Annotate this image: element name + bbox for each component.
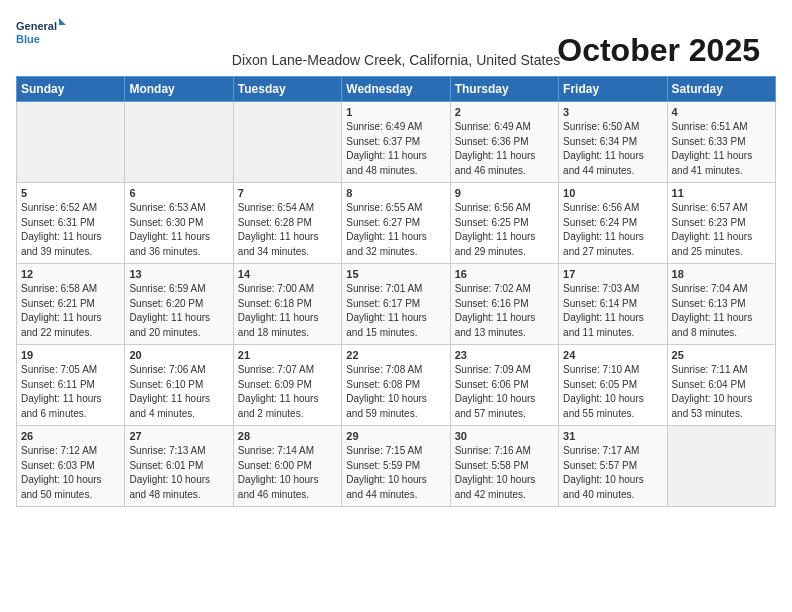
calendar-table: SundayMondayTuesdayWednesdayThursdayFrid… <box>16 76 776 507</box>
day-info: Sunrise: 7:00 AMSunset: 6:18 PMDaylight:… <box>238 282 337 340</box>
day-info: Sunrise: 7:01 AMSunset: 6:17 PMDaylight:… <box>346 282 445 340</box>
top-section: General Blue October 2025 <box>16 16 776 48</box>
day-info: Sunrise: 7:02 AMSunset: 6:16 PMDaylight:… <box>455 282 554 340</box>
day-cell: 30Sunrise: 7:16 AMSunset: 5:58 PMDayligh… <box>450 426 558 507</box>
day-info: Sunrise: 7:16 AMSunset: 5:58 PMDaylight:… <box>455 444 554 502</box>
header-wednesday: Wednesday <box>342 77 450 102</box>
day-cell <box>17 102 125 183</box>
day-info: Sunrise: 7:10 AMSunset: 6:05 PMDaylight:… <box>563 363 662 421</box>
day-cell: 5Sunrise: 6:52 AMSunset: 6:31 PMDaylight… <box>17 183 125 264</box>
header-thursday: Thursday <box>450 77 558 102</box>
day-cell: 26Sunrise: 7:12 AMSunset: 6:03 PMDayligh… <box>17 426 125 507</box>
day-cell: 10Sunrise: 6:56 AMSunset: 6:24 PMDayligh… <box>559 183 667 264</box>
day-cell: 1Sunrise: 6:49 AMSunset: 6:37 PMDaylight… <box>342 102 450 183</box>
day-number: 7 <box>238 187 337 199</box>
day-number: 20 <box>129 349 228 361</box>
day-number: 28 <box>238 430 337 442</box>
svg-marker-2 <box>59 18 66 25</box>
week-row-3: 12Sunrise: 6:58 AMSunset: 6:21 PMDayligh… <box>17 264 776 345</box>
day-cell: 22Sunrise: 7:08 AMSunset: 6:08 PMDayligh… <box>342 345 450 426</box>
day-number: 17 <box>563 268 662 280</box>
day-cell: 8Sunrise: 6:55 AMSunset: 6:27 PMDaylight… <box>342 183 450 264</box>
day-info: Sunrise: 6:49 AMSunset: 6:37 PMDaylight:… <box>346 120 445 178</box>
week-row-2: 5Sunrise: 6:52 AMSunset: 6:31 PMDaylight… <box>17 183 776 264</box>
header-friday: Friday <box>559 77 667 102</box>
day-cell: 23Sunrise: 7:09 AMSunset: 6:06 PMDayligh… <box>450 345 558 426</box>
day-info: Sunrise: 7:08 AMSunset: 6:08 PMDaylight:… <box>346 363 445 421</box>
day-number: 31 <box>563 430 662 442</box>
day-info: Sunrise: 6:50 AMSunset: 6:34 PMDaylight:… <box>563 120 662 178</box>
day-cell: 27Sunrise: 7:13 AMSunset: 6:01 PMDayligh… <box>125 426 233 507</box>
day-cell: 4Sunrise: 6:51 AMSunset: 6:33 PMDaylight… <box>667 102 775 183</box>
day-number: 13 <box>129 268 228 280</box>
day-number: 5 <box>21 187 120 199</box>
day-info: Sunrise: 7:11 AMSunset: 6:04 PMDaylight:… <box>672 363 771 421</box>
day-info: Sunrise: 6:58 AMSunset: 6:21 PMDaylight:… <box>21 282 120 340</box>
day-cell: 11Sunrise: 6:57 AMSunset: 6:23 PMDayligh… <box>667 183 775 264</box>
day-number: 21 <box>238 349 337 361</box>
day-cell: 3Sunrise: 6:50 AMSunset: 6:34 PMDaylight… <box>559 102 667 183</box>
header-monday: Monday <box>125 77 233 102</box>
day-cell: 7Sunrise: 6:54 AMSunset: 6:28 PMDaylight… <box>233 183 341 264</box>
day-info: Sunrise: 6:49 AMSunset: 6:36 PMDaylight:… <box>455 120 554 178</box>
day-cell: 19Sunrise: 7:05 AMSunset: 6:11 PMDayligh… <box>17 345 125 426</box>
day-number: 27 <box>129 430 228 442</box>
day-info: Sunrise: 7:14 AMSunset: 6:00 PMDaylight:… <box>238 444 337 502</box>
header-tuesday: Tuesday <box>233 77 341 102</box>
day-number: 12 <box>21 268 120 280</box>
day-info: Sunrise: 6:54 AMSunset: 6:28 PMDaylight:… <box>238 201 337 259</box>
day-number: 1 <box>346 106 445 118</box>
week-row-4: 19Sunrise: 7:05 AMSunset: 6:11 PMDayligh… <box>17 345 776 426</box>
day-info: Sunrise: 6:51 AMSunset: 6:33 PMDaylight:… <box>672 120 771 178</box>
day-info: Sunrise: 7:03 AMSunset: 6:14 PMDaylight:… <box>563 282 662 340</box>
day-info: Sunrise: 6:57 AMSunset: 6:23 PMDaylight:… <box>672 201 771 259</box>
day-number: 15 <box>346 268 445 280</box>
day-info: Sunrise: 7:06 AMSunset: 6:10 PMDaylight:… <box>129 363 228 421</box>
day-number: 24 <box>563 349 662 361</box>
day-info: Sunrise: 7:13 AMSunset: 6:01 PMDaylight:… <box>129 444 228 502</box>
day-cell <box>667 426 775 507</box>
day-cell: 14Sunrise: 7:00 AMSunset: 6:18 PMDayligh… <box>233 264 341 345</box>
month-title: October 2025 <box>557 32 760 69</box>
day-cell: 18Sunrise: 7:04 AMSunset: 6:13 PMDayligh… <box>667 264 775 345</box>
day-cell: 28Sunrise: 7:14 AMSunset: 6:00 PMDayligh… <box>233 426 341 507</box>
day-cell <box>125 102 233 183</box>
day-number: 29 <box>346 430 445 442</box>
day-info: Sunrise: 7:15 AMSunset: 5:59 PMDaylight:… <box>346 444 445 502</box>
day-number: 2 <box>455 106 554 118</box>
day-cell <box>233 102 341 183</box>
day-info: Sunrise: 6:56 AMSunset: 6:24 PMDaylight:… <box>563 201 662 259</box>
svg-text:Blue: Blue <box>16 33 40 45</box>
day-number: 18 <box>672 268 771 280</box>
day-number: 30 <box>455 430 554 442</box>
day-number: 4 <box>672 106 771 118</box>
day-number: 26 <box>21 430 120 442</box>
day-info: Sunrise: 6:55 AMSunset: 6:27 PMDaylight:… <box>346 201 445 259</box>
header-saturday: Saturday <box>667 77 775 102</box>
day-number: 11 <box>672 187 771 199</box>
svg-text:General: General <box>16 20 57 32</box>
week-row-1: 1Sunrise: 6:49 AMSunset: 6:37 PMDaylight… <box>17 102 776 183</box>
day-cell: 17Sunrise: 7:03 AMSunset: 6:14 PMDayligh… <box>559 264 667 345</box>
day-number: 14 <box>238 268 337 280</box>
header-row: SundayMondayTuesdayWednesdayThursdayFrid… <box>17 77 776 102</box>
logo-svg: General Blue <box>16 16 66 48</box>
day-number: 25 <box>672 349 771 361</box>
day-cell: 25Sunrise: 7:11 AMSunset: 6:04 PMDayligh… <box>667 345 775 426</box>
day-info: Sunrise: 6:53 AMSunset: 6:30 PMDaylight:… <box>129 201 228 259</box>
day-cell: 16Sunrise: 7:02 AMSunset: 6:16 PMDayligh… <box>450 264 558 345</box>
day-cell: 2Sunrise: 6:49 AMSunset: 6:36 PMDaylight… <box>450 102 558 183</box>
day-number: 3 <box>563 106 662 118</box>
day-cell: 6Sunrise: 6:53 AMSunset: 6:30 PMDaylight… <box>125 183 233 264</box>
day-number: 8 <box>346 187 445 199</box>
day-cell: 21Sunrise: 7:07 AMSunset: 6:09 PMDayligh… <box>233 345 341 426</box>
day-info: Sunrise: 7:12 AMSunset: 6:03 PMDaylight:… <box>21 444 120 502</box>
day-number: 16 <box>455 268 554 280</box>
day-cell: 29Sunrise: 7:15 AMSunset: 5:59 PMDayligh… <box>342 426 450 507</box>
day-info: Sunrise: 7:17 AMSunset: 5:57 PMDaylight:… <box>563 444 662 502</box>
day-info: Sunrise: 6:52 AMSunset: 6:31 PMDaylight:… <box>21 201 120 259</box>
day-number: 9 <box>455 187 554 199</box>
day-number: 23 <box>455 349 554 361</box>
day-cell: 9Sunrise: 6:56 AMSunset: 6:25 PMDaylight… <box>450 183 558 264</box>
day-cell: 24Sunrise: 7:10 AMSunset: 6:05 PMDayligh… <box>559 345 667 426</box>
